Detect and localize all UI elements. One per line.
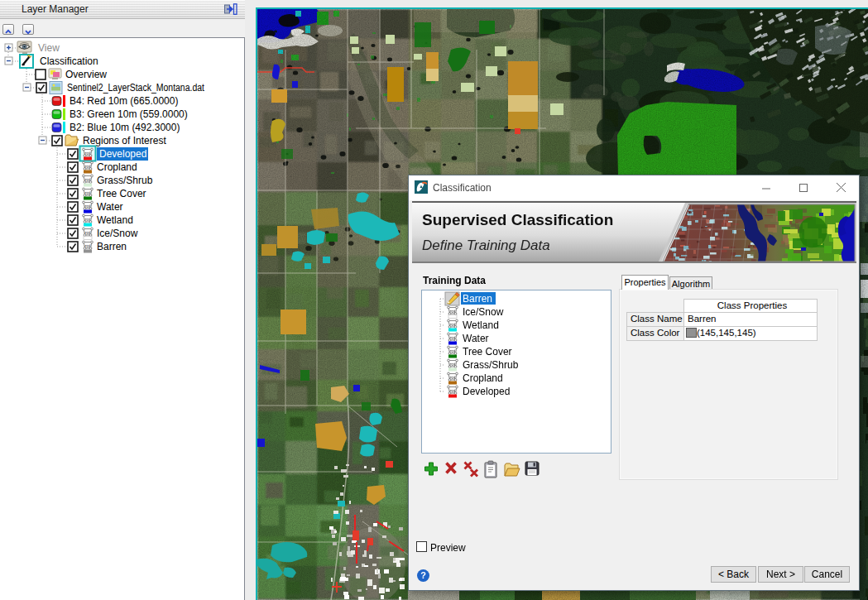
svg-text:roi: roi <box>84 216 91 222</box>
svg-text:roi: roi <box>84 150 91 156</box>
svg-text:roi: roi <box>449 348 456 353</box>
svg-text:roi: roi <box>84 163 91 169</box>
svg-text:roi: roi <box>84 242 91 248</box>
svg-text:Classification: Classification <box>40 55 98 67</box>
svg-text:Tree Cover: Tree Cover <box>463 346 512 358</box>
svg-text:Grass/Shrub: Grass/Shrub <box>463 359 519 371</box>
svg-text:Water: Water <box>97 201 123 213</box>
svg-text:Wetland: Wetland <box>97 214 133 226</box>
svg-text:roi: roi <box>84 203 91 209</box>
svg-text:Wetland: Wetland <box>463 319 499 331</box>
svg-text:roi: roi <box>449 387 456 393</box>
svg-text:Tree Cover: Tree Cover <box>97 188 146 199</box>
svg-text:Regions of Interest: Regions of Interest <box>83 135 166 146</box>
svg-text:Developed: Developed <box>99 148 146 160</box>
svg-text:Developed: Developed <box>463 386 510 397</box>
svg-text:Cropland: Cropland <box>463 372 503 384</box>
svg-text:Cropland: Cropland <box>97 161 137 173</box>
svg-text:roi: roi <box>84 190 91 195</box>
svg-text:roi: roi <box>84 176 91 182</box>
svg-text:Ice/Snow: Ice/Snow <box>463 306 504 318</box>
svg-text:B2: Blue 10m (492.3000): B2: Blue 10m (492.3000) <box>70 122 180 133</box>
svg-text:Barren: Barren <box>97 241 127 252</box>
svg-text:Overview: Overview <box>65 69 107 80</box>
svg-text:roi: roi <box>449 334 456 340</box>
svg-text:Grass/Shrub: Grass/Shrub <box>97 175 153 186</box>
svg-text:View: View <box>38 42 60 54</box>
svg-text:roi: roi <box>449 374 456 380</box>
svg-text:roi: roi <box>449 361 456 367</box>
svg-text:roi: roi <box>449 321 456 327</box>
svg-text:B4: Red 10m (665.0000): B4: Red 10m (665.0000) <box>70 95 178 107</box>
svg-text:Barren: Barren <box>463 293 492 305</box>
svg-text:Ice/Snow: Ice/Snow <box>97 228 138 239</box>
svg-text:roi: roi <box>84 229 91 235</box>
svg-text:roi: roi <box>449 308 456 314</box>
svg-text:Water: Water <box>463 333 489 344</box>
svg-text:B3: Green 10m (559.0000): B3: Green 10m (559.0000) <box>70 108 188 120</box>
svg-text:Sentinel2_LayerStack_Montana.d: Sentinel2_LayerStack_Montana.dat <box>67 82 205 94</box>
